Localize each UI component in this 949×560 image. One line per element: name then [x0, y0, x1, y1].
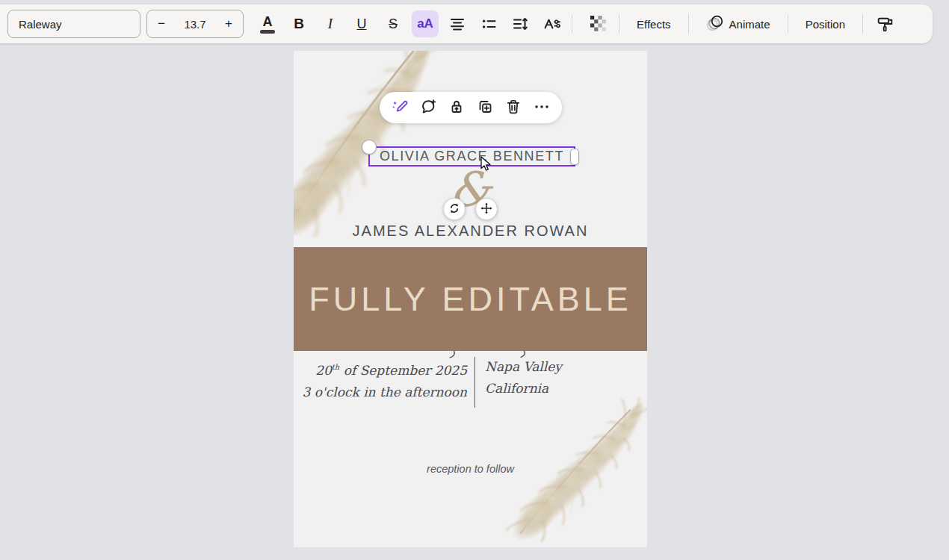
text-color-letter: A	[263, 15, 273, 28]
element-context-toolbar	[380, 92, 562, 123]
letter-spacing-icon	[543, 16, 560, 32]
editable-banner[interactable]: FULLY EDITABLE	[294, 247, 647, 351]
font-size-stepper: − 13.7 +	[146, 10, 244, 38]
rotate-handle[interactable]	[443, 198, 466, 220]
align-center-icon	[449, 16, 466, 32]
toolbar-divider	[862, 14, 863, 34]
toolbar-divider	[788, 14, 788, 34]
line-spacing-button[interactable]	[507, 10, 533, 38]
duplicate-button[interactable]	[475, 98, 495, 117]
rotate-icon	[448, 202, 460, 217]
alignment-button[interactable]	[445, 10, 470, 38]
duplicate-icon	[476, 98, 494, 118]
bullet-list-button[interactable]	[476, 10, 501, 38]
add-comment-button[interactable]	[418, 98, 438, 117]
ampersand-ornament[interactable]: &	[294, 161, 647, 218]
effects-button[interactable]: Effects	[632, 17, 676, 31]
move-icon	[480, 202, 492, 217]
date-venue-block[interactable]: 20th of September 2025 3 o'clock in the …	[294, 356, 647, 416]
bullet-list-icon	[480, 16, 497, 32]
underline-button[interactable]: U	[349, 10, 374, 38]
groom-name-text[interactable]: JAMES ALEXANDER ROWAN	[294, 223, 647, 240]
side-resize-handle[interactable]	[570, 149, 579, 165]
font-family-select[interactable]: Raleway	[7, 10, 140, 38]
date-time-text: 20th of September 2025 3 o'clock in the …	[301, 356, 467, 403]
vertical-divider	[474, 357, 475, 408]
text-case-button[interactable]: aA	[412, 10, 439, 37]
bride-name-text[interactable]: OLIVIA GRACE BENNETT	[380, 149, 564, 164]
design-canvas[interactable]: OLIVIA GRACE BENNETT &	[294, 51, 647, 547]
letter-spacing-button[interactable]	[539, 10, 564, 38]
strikethrough-button[interactable]: S	[380, 10, 406, 38]
move-handle[interactable]	[475, 198, 498, 220]
trash-icon	[504, 98, 522, 118]
copy-style-button[interactable]	[872, 10, 897, 38]
lock-icon	[448, 98, 466, 118]
magic-edit-button[interactable]	[390, 98, 409, 117]
paint-roller-icon	[876, 15, 894, 34]
ellipsis-icon	[533, 98, 551, 118]
transparency-button[interactable]	[586, 10, 611, 38]
line-spacing-icon	[512, 16, 528, 32]
increase-font-size-button[interactable]: +	[214, 10, 243, 37]
transparency-checkerboard-icon	[590, 15, 608, 33]
lock-button[interactable]	[447, 98, 466, 117]
delete-button[interactable]	[504, 98, 523, 117]
reception-note[interactable]: reception to follow	[294, 463, 647, 475]
animate-label: Animate	[729, 18, 770, 31]
text-color-button[interactable]: A	[255, 10, 280, 38]
date-line: 20th of September 2025	[301, 356, 467, 382]
font-size-value[interactable]: 13.7	[176, 18, 214, 31]
toolbar-divider	[619, 14, 619, 34]
animate-icon	[706, 14, 724, 34]
bold-button[interactable]: B	[286, 10, 312, 38]
magic-pen-icon	[391, 98, 409, 118]
corner-resize-handle[interactable]	[362, 140, 377, 155]
selected-text-element[interactable]: OLIVIA GRACE BENNETT	[368, 146, 575, 167]
banner-text: FULLY EDITABLE	[309, 280, 632, 319]
position-button[interactable]: Position	[801, 17, 850, 31]
italic-button[interactable]: I	[318, 10, 343, 38]
comment-plus-icon	[419, 98, 437, 118]
toolbar-divider	[572, 14, 572, 34]
top-toolbar: Raleway − 13.7 + A B I U S aA	[0, 4, 933, 43]
venue-line-2: California	[485, 378, 562, 399]
venue-line-1: Napa Valley	[485, 356, 562, 378]
decrease-font-size-button[interactable]: −	[147, 10, 176, 37]
toolbar-divider	[688, 14, 689, 34]
venue-text: Napa Valley California	[485, 356, 562, 399]
font-family-value: Raleway	[19, 18, 62, 31]
more-options-button[interactable]	[532, 98, 551, 117]
text-color-swatch	[260, 30, 275, 34]
animate-button[interactable]: Animate	[702, 13, 775, 35]
time-line: 3 o'clock in the afternoon	[301, 382, 467, 403]
